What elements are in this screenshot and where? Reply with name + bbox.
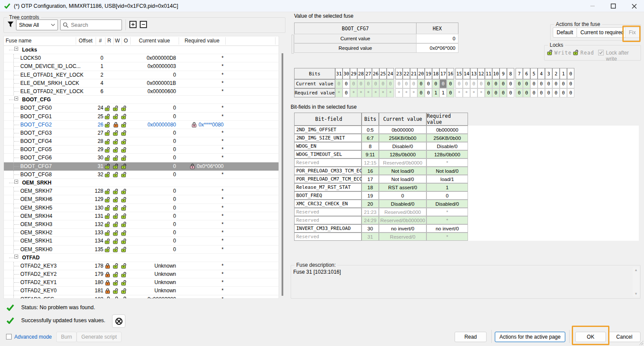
bit-cell[interactable]: * — [455, 88, 463, 97]
bit-cell[interactable]: 0 — [545, 88, 552, 97]
search-box[interactable] — [60, 19, 122, 30]
bitfield-row[interactable]: 2ND_IMG_OFFSET0:50b0000000b000000 — [294, 126, 468, 134]
fuse-row[interactable]: COM_DEVICE_ID_LOC...10x00000003* — [4, 62, 279, 71]
fuse-row[interactable]: ELE_OTFAD2_KEY_LOCK60x00000600* — [4, 87, 279, 96]
bit-cell[interactable]: 0 — [403, 79, 410, 88]
ok-button[interactable]: OK — [575, 332, 606, 342]
bitfield-row[interactable]: POR_PRELOAD_CM7_TCM_ECC17Not load/0load/… — [294, 175, 468, 183]
fuse-row[interactable]: OEM_SRKH51300* — [4, 204, 279, 212]
bit-cell[interactable]: 0 — [357, 79, 365, 88]
bit-cell[interactable]: 0 — [552, 88, 560, 97]
close-button[interactable] — [630, 2, 638, 10]
bit-cell[interactable]: * — [350, 88, 357, 97]
bit-cell[interactable]: 0 — [492, 88, 500, 97]
bitfield-row[interactable]: XMC_CRC32_CHECK_EN20Disabled/0Disabled/0 — [294, 200, 468, 208]
col-w[interactable]: W — [113, 38, 122, 44]
bit-cell[interactable]: 0 — [530, 88, 538, 97]
scroll-down-icon[interactable]: ▼ — [634, 292, 638, 296]
bit-cell[interactable]: 1 — [439, 88, 447, 97]
fuse-row[interactable]: OEM_SRKH41310* — [4, 212, 279, 220]
bit-cell[interactable]: 0 — [567, 79, 574, 88]
read-button[interactable]: Read — [455, 332, 487, 342]
required-value[interactable]: 0x0*06*000 — [416, 43, 458, 53]
bit-cell[interactable]: 0 — [439, 79, 447, 88]
collapse-icon[interactable] — [14, 47, 18, 51]
bit-cell[interactable]: * — [365, 88, 372, 97]
scroll-up-icon[interactable]: ▲ — [634, 268, 638, 272]
maximize-button[interactable] — [609, 2, 617, 10]
bit-cell[interactable]: 0 — [335, 79, 343, 88]
col-o[interactable]: O — [122, 38, 130, 44]
fuse-row[interactable]: LOCKS000x000000D8* — [4, 54, 279, 62]
fuse-row[interactable]: BOOT_CFG73100x0*06*000 — [4, 162, 279, 171]
fuse-row[interactable]: OEM_SRKH61290* — [4, 195, 279, 204]
bit-cell[interactable]: 0 — [395, 79, 403, 88]
tree-group-row[interactable]: BOOT_CFG — [4, 96, 279, 104]
bit-cell[interactable]: 0 — [425, 79, 432, 88]
current-to-required-button[interactable]: Current to required — [577, 27, 628, 38]
bit-cell[interactable]: 0 — [552, 79, 560, 88]
collapse-icon[interactable] — [14, 180, 18, 184]
fuse-row[interactable]: OTFAD2_KEY3178Unknown* — [4, 262, 279, 270]
collapse-icon[interactable] — [14, 97, 18, 100]
bit-cell[interactable]: 0 — [477, 79, 485, 88]
bit-cell[interactable]: 0 — [387, 79, 394, 88]
bitfield-row[interactable]: Reserved21:23Reserved/0b000* — [294, 208, 468, 216]
fuse-row[interactable]: OTFAD2_CFG1820x0000??00* — [4, 295, 279, 298]
dismiss-status-button[interactable] — [112, 314, 125, 328]
bit-cell[interactable]: 0 — [417, 79, 425, 88]
bit-cell[interactable]: 0 — [343, 79, 350, 88]
fuse-row[interactable]: OTFAD2_KEY1180Unknown* — [4, 278, 279, 287]
actions-active-page-button[interactable]: Actions for the active page — [495, 332, 565, 342]
bit-cell[interactable]: * — [410, 88, 417, 97]
fuse-row[interactable]: BOOT_CFG4280* — [4, 137, 279, 146]
bit-cell[interactable]: 1 — [432, 88, 439, 97]
bit-cell[interactable]: 0 — [432, 79, 439, 88]
bitfield-row[interactable]: BOOT_FREQ1900 — [294, 191, 468, 200]
bit-cell[interactable]: * — [387, 88, 394, 97]
bit-cell[interactable]: 0 — [507, 88, 514, 97]
bit-cell[interactable]: 0 — [560, 79, 567, 88]
bit-cell[interactable]: 0 — [500, 88, 507, 97]
col-fuse-name[interactable]: Fuse name — [6, 38, 32, 44]
description-scrollbar[interactable]: ▲ ▼ — [633, 267, 639, 297]
lock-after-write-checkbox[interactable] — [598, 50, 604, 55]
fuse-row[interactable]: ELE_OTFAD1_KEY_LOCK20* — [4, 71, 279, 79]
tree-group-row[interactable]: Locks — [4, 46, 279, 54]
bit-cell[interactable]: 0 — [365, 79, 372, 88]
bit-cell[interactable]: * — [470, 88, 477, 97]
bit-cell[interactable]: 0 — [455, 79, 463, 88]
col-offset[interactable]: Offset — [76, 38, 96, 44]
bit-cell[interactable]: 0 — [343, 88, 350, 97]
bit-cell[interactable]: 0 — [492, 79, 500, 88]
bit-cell[interactable]: 0 — [463, 79, 470, 88]
bitfield-row[interactable]: POR_PRELOAD_CM33_TCM_ECC16Not load/0Not … — [294, 167, 468, 175]
bit-cell[interactable]: 0 — [372, 79, 379, 88]
bit-cell[interactable]: 0 — [500, 79, 507, 88]
bit-cell[interactable]: * — [403, 88, 410, 97]
advanced-mode-label[interactable]: Advanced mode — [14, 334, 52, 340]
expand-all-button[interactable] — [129, 21, 137, 29]
bit-cell[interactable]: * — [463, 88, 470, 97]
fuse-row[interactable]: OEM_SRKH11340* — [4, 237, 279, 245]
filter-select[interactable]: Show All — [16, 19, 58, 30]
bit-cell[interactable]: 0 — [447, 79, 454, 88]
bit-cell[interactable]: 0 — [516, 79, 523, 88]
bit-cell[interactable]: 0 — [470, 79, 477, 88]
resize-grip[interactable] — [639, 341, 643, 345]
bit-cell[interactable]: 0 — [350, 79, 357, 88]
col-num[interactable]: # — [96, 38, 105, 44]
col-required[interactable]: Required value — [179, 38, 225, 44]
read-lock-icon[interactable] — [573, 49, 579, 57]
bitfield-row[interactable]: INVERT_CM33_PRELOAD30no invert/0no inver… — [294, 224, 468, 233]
fuse-row[interactable]: BOOT_CFG3270* — [4, 129, 279, 137]
bit-cell[interactable]: 0 — [530, 79, 538, 88]
bit-cell[interactable]: 0 — [507, 79, 514, 88]
bit-cell[interactable]: * — [379, 88, 387, 97]
bit-cell[interactable]: * — [335, 88, 343, 97]
bit-cell[interactable]: 0 — [447, 88, 454, 97]
bit-cell[interactable]: 0 — [560, 88, 567, 97]
advanced-mode-checkbox[interactable] — [6, 334, 12, 340]
tree-group-row[interactable]: OEM_SRKH — [4, 179, 279, 187]
col-current[interactable]: Current value — [130, 38, 179, 44]
